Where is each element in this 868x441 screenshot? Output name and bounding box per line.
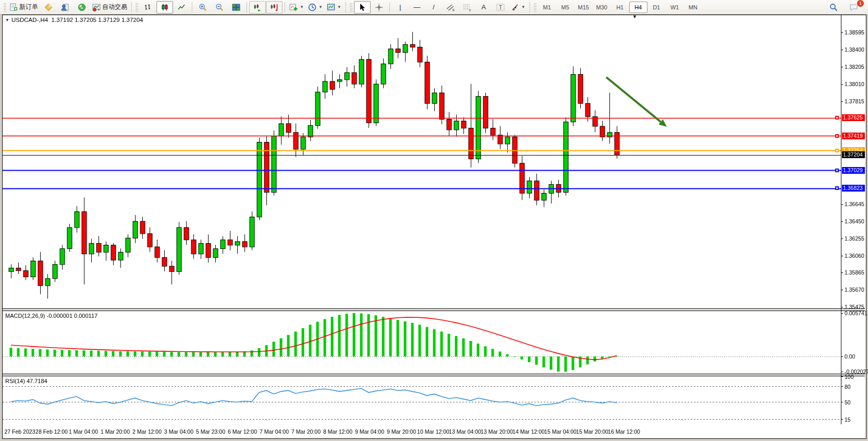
toolbar-grip[interactable] — [136, 3, 138, 12]
timeframe-h1-button[interactable]: H1 — [611, 2, 629, 13]
crosshair-icon — [375, 3, 383, 11]
timeframe-d1-button[interactable]: D1 — [647, 2, 666, 13]
bar-chart-button[interactable] — [140, 1, 156, 14]
text-label-icon: T — [496, 3, 505, 11]
toolbar-separator — [530, 2, 530, 13]
time-axis-label: 15 Mar 04:00 — [544, 428, 577, 435]
price-level-tag[interactable]: 1.36823 — [842, 185, 865, 192]
tile-windows-icon — [232, 3, 240, 11]
timeframe-m30-button[interactable]: M30 — [593, 2, 611, 13]
add-indicator-button[interactable]: ▼ — [287, 1, 306, 14]
price-tick-label: 1.37815 — [845, 98, 864, 104]
price-level-tag[interactable]: 1.37419 — [842, 133, 865, 139]
metaeditor-button[interactable] — [40, 1, 57, 14]
timeframe-m1-button[interactable]: M1 — [538, 2, 556, 13]
notifications-button[interactable]: 1 — [845, 1, 862, 14]
horizontal-line-icon: — — [413, 4, 420, 10]
toolbar-separator — [346, 2, 346, 13]
new-order-button[interactable]: 新订单 — [8, 1, 40, 14]
trendline-button[interactable]: / — [425, 1, 442, 14]
timeframe-m5-button[interactable]: M5 — [556, 2, 574, 13]
macd-tick-mark — [841, 313, 843, 314]
trendline-icon: / — [433, 4, 435, 10]
time-axis-label: 14 Mar 12:00 — [512, 428, 545, 435]
search-icon — [829, 3, 838, 11]
toolbar-separator — [389, 2, 390, 13]
timeframe-h4-button[interactable]: H4 — [629, 2, 647, 13]
zoom-out-button[interactable] — [211, 1, 228, 14]
chart-shift-icon — [270, 3, 278, 11]
price-tick-mark — [841, 307, 843, 307]
rsi-axis-label: 15 — [845, 416, 851, 423]
chart-title-text: USDCAD-,H4 1.37192 1.37205 1.37129 1.372… — [11, 17, 143, 23]
chart-shift-marker-icon[interactable]: ▼ — [632, 14, 637, 19]
price-tick-label: 1.35670 — [845, 287, 864, 293]
autotrading-button[interactable]: 自动交易 — [90, 1, 129, 14]
line-drag-handle[interactable] — [835, 134, 839, 138]
price-tick-mark — [841, 204, 843, 205]
price-level-tag[interactable]: 1.37029 — [842, 167, 865, 174]
community-button[interactable] — [57, 1, 74, 14]
time-axis-label: 13 Mar 20:00 — [481, 428, 513, 435]
line-drag-handle[interactable] — [835, 169, 839, 172]
toolbar-grip[interactable] — [4, 3, 6, 12]
rsi-indicator-label: RSI(14) 47.7184 — [5, 378, 47, 384]
price-tick-mark — [841, 101, 843, 102]
price-level-tag[interactable]: 1.37204 — [842, 151, 865, 158]
text-button[interactable]: A — [475, 1, 492, 14]
timeframe-mn-button[interactable]: MN — [684, 2, 702, 13]
candlestick-chart-button[interactable] — [156, 1, 173, 14]
line-drag-handle[interactable] — [835, 116, 839, 120]
svg-text:E: E — [453, 8, 455, 11]
window-bottom-edge — [0, 439, 868, 441]
signals-button[interactable] — [74, 1, 90, 14]
macd-pane-canvas[interactable] — [3, 311, 841, 374]
timeframe-w1-button[interactable]: W1 — [666, 2, 684, 13]
rsi-axis-label: 50 — [845, 399, 851, 406]
search-button[interactable] — [825, 1, 842, 14]
price-tick-label: 1.38010 — [845, 81, 864, 87]
chart-shift-button[interactable] — [266, 1, 283, 14]
tile-windows-button[interactable] — [228, 1, 244, 14]
time-axis-label: 10 Mar 12:00 — [417, 428, 449, 435]
line-chart-button[interactable] — [173, 1, 190, 14]
timeframe-m15-button[interactable]: M15 — [574, 2, 593, 13]
fibonacci-button[interactable]: F — [459, 1, 475, 14]
chart-title: ▼USDCAD-,H4 1.37192 1.37205 1.37129 1.37… — [5, 17, 143, 23]
line-drag-handle[interactable] — [835, 186, 839, 190]
time-axis-label: 9 Mar 20:00 — [387, 428, 416, 435]
bar-chart-icon — [144, 3, 152, 11]
price-tick-mark — [841, 239, 843, 239]
periods-button[interactable]: ▼ — [306, 1, 325, 14]
templates-button[interactable]: ▼ — [325, 1, 344, 14]
person-document-icon — [61, 3, 69, 11]
fibonacci-icon: F — [462, 3, 472, 11]
toolbar-separator — [247, 2, 247, 13]
channel-icon: E — [446, 3, 455, 11]
price-level-tag[interactable]: 1.37625 — [842, 114, 865, 121]
symbol-caret-icon: ▼ — [5, 18, 9, 22]
toolbar-grip[interactable] — [350, 3, 352, 12]
toolbar-separator — [192, 2, 192, 13]
time-axis-label: 1 Mar 20:00 — [101, 428, 130, 435]
rsi-axis-label: 80 — [845, 384, 851, 390]
horizontal-line-button[interactable]: — — [409, 1, 425, 14]
arrows-button[interactable]: ▼ — [509, 1, 528, 14]
line-drag-handle[interactable] — [835, 149, 839, 152]
chevron-down-icon: ▼ — [300, 5, 304, 9]
toolbar-grip[interactable] — [534, 3, 536, 12]
main-chart-canvas[interactable] — [3, 15, 841, 308]
vertical-line-button[interactable]: | — [392, 1, 409, 14]
text-label-button[interactable]: T — [492, 1, 509, 14]
pane-separator[interactable] — [3, 374, 865, 376]
cursor-arrow-icon — [358, 3, 366, 11]
equidistant-channel-button[interactable]: E — [442, 1, 459, 14]
template-chart-icon — [327, 3, 335, 11]
auto-scroll-button[interactable] — [249, 1, 266, 14]
crosshair-button[interactable] — [371, 1, 387, 14]
pane-separator[interactable] — [3, 308, 865, 311]
zoom-in-button[interactable] — [194, 1, 211, 14]
cursor-button[interactable] — [354, 1, 371, 14]
rsi-pane-canvas[interactable] — [3, 376, 841, 424]
autotrading-label: 自动交易 — [102, 3, 127, 11]
